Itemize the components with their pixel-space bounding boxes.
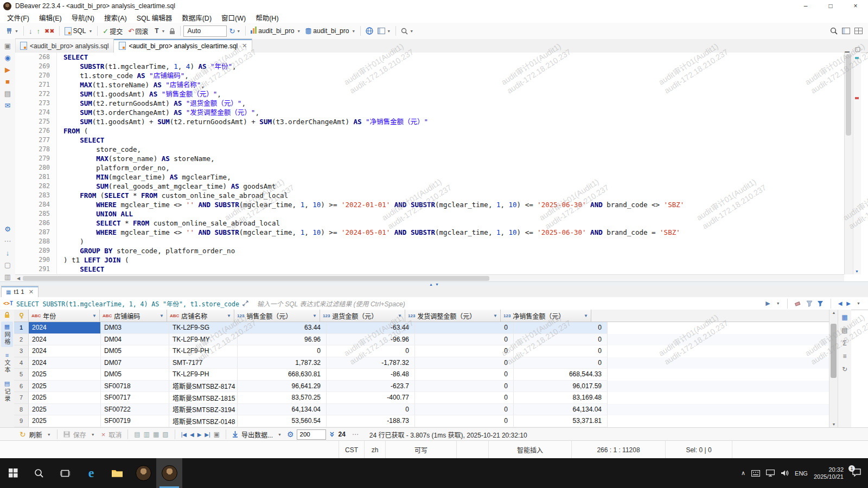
file-explorer-button[interactable] (104, 458, 130, 488)
chevron-down-icon[interactable]: ▼ (776, 301, 780, 305)
row-number[interactable]: 9 (14, 415, 29, 427)
menu-item-1[interactable]: 文件(F) (2, 12, 34, 23)
scroll-left-icon[interactable]: ◀ (15, 276, 22, 281)
grid-cell[interactable]: -96.96 (327, 334, 415, 346)
tab-analysis-sql[interactable]: <audit_bi_pro> analysis.sql (15, 38, 114, 53)
grid-cell[interactable]: 2024 (29, 345, 101, 357)
language-indicator[interactable]: ENG (795, 470, 808, 477)
filter-icon[interactable] (817, 300, 824, 307)
grid-cell[interactable]: DM07 (101, 357, 169, 369)
grid-cell[interactable]: TK-L2F9-PH (169, 345, 238, 357)
gear-icon[interactable]: ⚙ (4, 226, 11, 233)
grid-cell[interactable]: 83,570.25 (238, 392, 327, 404)
search-button[interactable]: ▼ (399, 24, 416, 37)
transaction-mode-button[interactable]: T ▼ (151, 24, 167, 37)
grid-cell[interactable]: -188.73 (327, 415, 415, 427)
column-header-3[interactable]: ABC店铺名称▼ (167, 310, 234, 322)
perspective-grid-button[interactable] (852, 24, 865, 37)
grid-cell[interactable]: 0 (415, 369, 514, 381)
sort-dropdown-icon[interactable]: ▼ (157, 313, 164, 318)
record-panel-icon[interactable]: ▦ (841, 314, 847, 320)
menu-item-6[interactable]: 数据库(D) (177, 12, 216, 23)
row-number[interactable]: 6 (14, 381, 29, 393)
refresh-label[interactable]: 刷新 (29, 430, 42, 439)
sort-dropdown-icon[interactable]: ▼ (581, 313, 588, 318)
start-button[interactable] (0, 458, 26, 488)
refresh-panel-icon[interactable]: ↻ (842, 366, 847, 373)
grid-cell[interactable]: 0 (415, 404, 514, 416)
eraser-icon[interactable] (795, 300, 802, 306)
sort-dropdown-icon[interactable]: ▼ (224, 313, 231, 318)
row-number[interactable]: 1 (14, 322, 29, 334)
presentation-tab-3[interactable]: ▤记录 (1, 378, 13, 404)
globe-button[interactable] (363, 24, 375, 37)
grid-cell[interactable]: 0 (415, 381, 514, 393)
save-label[interactable]: 保存 (73, 430, 86, 439)
first-row-icon[interactable]: |◀ (181, 432, 187, 438)
grid-cell[interactable]: 0 (327, 404, 415, 416)
presentation-tab-2[interactable]: ≡文本 (1, 350, 13, 375)
results-grid[interactable]: ABC年份▼ABC店铺编码▼ABC店铺名称▼123销售金额（元）▼123退货金额… (14, 310, 829, 427)
grid-cell[interactable]: 2025 (29, 415, 101, 427)
overflow-icon[interactable]: ⋯ (352, 431, 359, 438)
export-icon[interactable]: ↓ (6, 249, 10, 256)
grid-cell[interactable]: 64,134.04 (238, 404, 327, 416)
tray-expand-icon[interactable]: ∧ (741, 470, 745, 477)
clipboard-icon[interactable]: ▤ (4, 90, 11, 97)
taskbar-search-button[interactable] (26, 458, 52, 488)
grid-cell[interactable]: TK-L2F9-SG (169, 322, 238, 334)
calc-panel-icon[interactable]: Σ (843, 340, 846, 346)
close-tab-icon[interactable]: ✕ (242, 42, 247, 49)
autocommit-combo[interactable]: Auto (183, 25, 227, 37)
minimize-view-icon[interactable]: ▁ (845, 46, 849, 53)
row-number[interactable]: 5 (14, 369, 29, 381)
grid-cell[interactable]: 96,641.29 (238, 381, 327, 393)
refresh-icon[interactable]: ↻ (20, 430, 26, 439)
cancel-executions-button[interactable]: ✖✖ (42, 24, 56, 37)
fetch-size-input[interactable] (297, 429, 326, 440)
grid-cell[interactable]: 668,544.33 (514, 369, 608, 381)
dbeaver-app-button[interactable] (130, 458, 156, 488)
fetch-all-icon[interactable] (329, 432, 335, 438)
more-icon[interactable]: ⋯ (4, 237, 11, 245)
grid-cell[interactable]: 0 (415, 415, 514, 427)
grid-cell[interactable]: -63.44 (327, 322, 415, 334)
column-header-1[interactable]: ABC年份▼ (29, 310, 100, 322)
tab-analysis-cleartime-sql[interactable]: <audit_bi_pro> analysis_cleartime.sql ✕ (114, 38, 252, 53)
export-label[interactable]: 导出数据... (241, 430, 273, 439)
next-row-icon[interactable]: ▶ (197, 432, 202, 438)
schema-selector[interactable]: audit_bi_pro ▼ (303, 24, 358, 37)
row-number[interactable]: 2 (14, 334, 29, 346)
grid-cell[interactable]: TK-L2F9-MY (169, 334, 238, 346)
editor-vertical-scrollbar[interactable] (844, 53, 853, 274)
presentation-tab-1[interactable]: ▦网格 (1, 322, 13, 347)
download-button[interactable]: ↓ (27, 24, 35, 37)
history-back-icon[interactable]: ◀ (838, 300, 843, 306)
grid-cell[interactable]: 53,371.81 (514, 415, 608, 427)
menu-item-3[interactable]: 导航(N) (67, 12, 99, 23)
chevron-down-icon[interactable]: ▼ (47, 433, 51, 436)
task-view-button[interactable] (52, 458, 78, 488)
grid-cell[interactable]: 2025 (29, 392, 101, 404)
grid-cell[interactable]: 2024 (29, 357, 101, 369)
column-header-5[interactable]: 123退货金额（元）▼ (320, 310, 405, 322)
row-number[interactable]: 3 (14, 345, 29, 357)
file-icon[interactable]: ▢ (4, 261, 11, 268)
sort-dropdown-icon[interactable]: ▼ (90, 313, 97, 318)
close-button[interactable]: × (843, 0, 868, 12)
grid-cell[interactable]: 2025 (29, 369, 101, 381)
settings-gear-icon[interactable]: ⚙ (287, 430, 294, 439)
rollback-button[interactable]: ↶ 回滚 (126, 24, 151, 37)
editor-overview-ruler[interactable]: ▼ (853, 53, 861, 274)
chevron-down-icon[interactable]: ▼ (91, 433, 95, 436)
grid-cell[interactable]: 2024 (29, 334, 101, 346)
save-icon[interactable] (63, 431, 70, 438)
action-center-button[interactable]: 1 (852, 468, 861, 479)
row-number[interactable]: 4 (14, 357, 29, 369)
grid-cell[interactable]: 0 (514, 322, 608, 334)
grid-cell[interactable]: TK-L2F9-PH (169, 369, 238, 381)
minimize-button[interactable]: – (793, 0, 818, 12)
grid-cell[interactable]: DM05 (101, 345, 169, 357)
filter-edit-icon[interactable] (806, 300, 813, 307)
grid-cell[interactable]: DM03 (101, 322, 169, 334)
